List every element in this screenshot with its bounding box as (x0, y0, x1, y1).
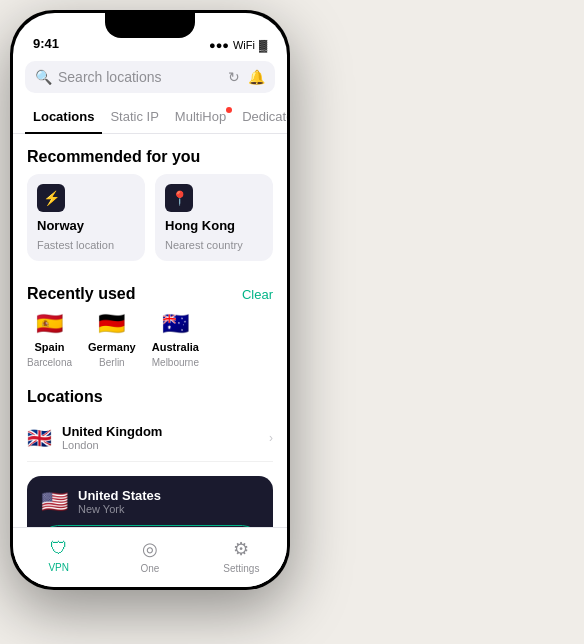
recent-germany[interactable]: 🇩🇪 Germany Berlin (88, 311, 136, 368)
pin-icon: 📍 (165, 184, 193, 212)
phone-notch (105, 10, 195, 38)
bottom-tab-one[interactable]: ◎ One (104, 538, 195, 574)
vpn-label: VPN (48, 562, 69, 573)
phone-notch-pill (120, 16, 180, 32)
bell-icon[interactable]: 🔔 (248, 69, 265, 85)
status-time: 9:41 (33, 36, 59, 51)
recommended-header: Recommended for you (13, 134, 287, 174)
location-uk[interactable]: 🇬🇧 United Kingdom London › (27, 414, 273, 462)
bolt-icon: ⚡ (37, 184, 65, 212)
phone-wrapper: 9:41 ●●● WiFi ▓ 🔍 Search locations ↻ 🔔 (10, 10, 290, 590)
active-connection-inner: 🇺🇸 United States New York (41, 488, 259, 515)
bottom-bar: 🛡 VPN ◎ One ⚙ Settings (13, 527, 287, 587)
recently-header: Recently used Clear (13, 275, 287, 311)
spain-city: Barcelona (27, 357, 72, 368)
battery-icon: ▓ (259, 39, 267, 51)
uk-chevron: › (269, 431, 273, 445)
recent-australia[interactable]: 🇦🇺 Australia Melbourne (152, 311, 199, 368)
active-info: United States New York (78, 488, 259, 515)
tab-dedicated-ip[interactable]: Dedicated IP (234, 101, 287, 134)
active-connection-card: 🇺🇸 United States New York Disconnect / P… (27, 476, 273, 527)
tabs-row: Locations Static IP MultiHop Dedicated I… (13, 101, 287, 134)
recent-spain[interactable]: 🇪🇸 Spain Barcelona (27, 311, 72, 368)
search-input[interactable]: Search locations (58, 69, 222, 85)
status-icons: ●●● WiFi ▓ (209, 39, 267, 51)
norway-name: Norway (37, 218, 135, 233)
clear-button[interactable]: Clear (242, 287, 273, 302)
hongkong-sub: Nearest country (165, 239, 263, 251)
vpn-icon: 🛡 (50, 538, 68, 559)
germany-city: Berlin (99, 357, 125, 368)
rec-card-hongkong[interactable]: 📍 Hong Kong Nearest country (155, 174, 273, 261)
hongkong-name: Hong Kong (165, 218, 263, 233)
signal-icon: ●●● (209, 39, 229, 51)
active-country: United States (78, 488, 259, 503)
phone-screen: 9:41 ●●● WiFi ▓ 🔍 Search locations ↻ 🔔 (13, 13, 287, 587)
germany-country: Germany (88, 341, 136, 353)
us-flag: 🇺🇸 (41, 489, 68, 515)
refresh-icon[interactable]: ↻ (228, 69, 240, 85)
bottom-tab-vpn[interactable]: 🛡 VPN (13, 538, 104, 573)
wifi-icon: WiFi (233, 39, 255, 51)
one-icon: ◎ (142, 538, 158, 560)
tab-static-ip[interactable]: Static IP (102, 101, 166, 134)
rec-card-norway[interactable]: ⚡ Norway Fastest location (27, 174, 145, 261)
tab-multihop[interactable]: MultiHop (167, 101, 234, 134)
australia-city: Melbourne (152, 357, 199, 368)
uk-info: United Kingdom London (62, 424, 259, 451)
uk-city: London (62, 439, 259, 451)
tab-locations[interactable]: Locations (25, 101, 102, 134)
settings-label: Settings (223, 563, 259, 574)
recommended-cards: ⚡ Norway Fastest location 📍 Hong Kong Ne… (13, 174, 287, 275)
norway-sub: Fastest location (37, 239, 135, 251)
phone-frame: 9:41 ●●● WiFi ▓ 🔍 Search locations ↻ 🔔 (10, 10, 290, 590)
locations-section: Locations 🇬🇧 United Kingdom London › (13, 382, 287, 470)
locations-title: Locations (27, 388, 273, 406)
search-icon: 🔍 (35, 69, 52, 85)
spain-flag: 🇪🇸 (36, 311, 63, 337)
search-right-icons: ↻ 🔔 (228, 69, 265, 85)
uk-name: United Kingdom (62, 424, 259, 439)
recent-flags: 🇪🇸 Spain Barcelona 🇩🇪 Germany Berlin 🇦🇺 … (13, 311, 287, 382)
australia-country: Australia (152, 341, 199, 353)
search-bar[interactable]: 🔍 Search locations ↻ 🔔 (25, 61, 275, 93)
germany-flag: 🇩🇪 (98, 311, 125, 337)
active-city: New York (78, 503, 259, 515)
settings-icon: ⚙ (233, 538, 249, 560)
one-label: One (141, 563, 160, 574)
multihop-dot (226, 107, 232, 113)
spain-country: Spain (35, 341, 65, 353)
recently-title: Recently used (27, 285, 135, 303)
scroll-content: Recommended for you ⚡ Norway Fastest loc… (13, 134, 287, 527)
uk-flag: 🇬🇧 (27, 426, 52, 450)
australia-flag: 🇦🇺 (162, 311, 189, 337)
bottom-tab-settings[interactable]: ⚙ Settings (196, 538, 287, 574)
